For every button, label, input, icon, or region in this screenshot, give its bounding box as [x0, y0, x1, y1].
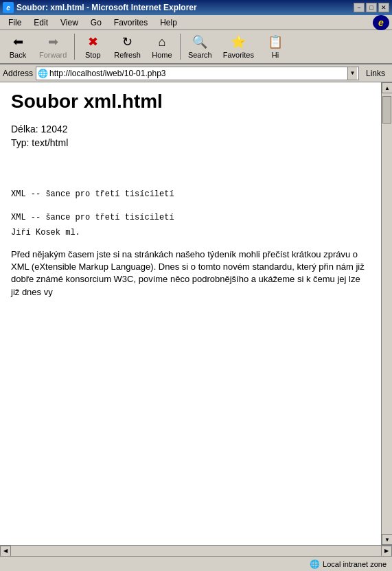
history-icon: 📋	[267, 34, 284, 49]
toolbar-separator-1	[74, 34, 75, 60]
address-input[interactable]	[49, 69, 346, 78]
hscroll-track[interactable]	[11, 546, 381, 556]
stop-icon: ✖	[84, 34, 101, 49]
page-pretext1: XML -- šance pro třetí tisíciletí	[11, 189, 370, 199]
back-label: Back	[10, 51, 26, 59]
ie-logo: e	[373, 15, 389, 30]
forward-button[interactable]: ➡ Forward	[34, 32, 71, 62]
horizontal-scrollbar[interactable]: ◀ ▶	[0, 545, 392, 556]
forward-icon: ➡	[45, 34, 61, 49]
scroll-up-button[interactable]: ▲	[382, 82, 392, 93]
toolbar-separator-2	[180, 34, 181, 60]
address-dropdown[interactable]: ▼	[347, 67, 357, 80]
favorites-button[interactable]: ⭐ Favorites	[218, 32, 259, 62]
title-bar: e Soubor: xml.html - Microsoft Internet …	[0, 0, 392, 15]
hscroll-left-button[interactable]: ◀	[0, 546, 11, 557]
forward-label: Forward	[39, 51, 67, 59]
title-bar-buttons[interactable]: − □ ✕	[354, 3, 389, 12]
scroll-down-button[interactable]: ▼	[382, 534, 392, 545]
menu-edit[interactable]: Edit	[28, 16, 54, 29]
hscroll-right-button[interactable]: ▶	[381, 546, 392, 557]
page-meta-typ: Typ: text/html	[11, 137, 370, 148]
page-body-text: Před nějakým časem jste si na stránkách …	[11, 248, 370, 299]
menu-bar: File Edit View Go Favorites Help e	[0, 15, 392, 30]
toolbar: ⬅ Back ➡ Forward ✖ Stop ↻ Refresh ⌂ Home…	[0, 30, 392, 65]
zone-label: Local intranet zone	[323, 560, 387, 568]
page-icon: 🌐	[38, 69, 48, 78]
back-icon: ⬅	[10, 34, 26, 49]
menu-file[interactable]: File	[3, 16, 27, 29]
vertical-scrollbar[interactable]: ▲ ▼	[381, 82, 392, 545]
address-bar: Address 🌐 ▼ Links	[0, 65, 392, 82]
favorites-label: Favorites	[223, 51, 254, 59]
search-label: Search	[188, 51, 212, 59]
page-pretext2: XML -- šance pro třetí tisíciletí	[11, 213, 370, 222]
menu-help[interactable]: Help	[154, 16, 183, 29]
page-meta-delka: Délka: 12042	[11, 124, 370, 135]
address-input-wrapper[interactable]: 🌐 ▼	[36, 67, 359, 80]
page-heading: Soubor xml.html	[11, 91, 370, 113]
refresh-button[interactable]: ↻ Refresh	[109, 32, 146, 62]
back-button[interactable]: ⬅ Back	[3, 32, 33, 62]
maximize-button[interactable]: □	[366, 3, 377, 12]
home-button[interactable]: ⌂ Home	[147, 32, 177, 62]
window-title: Soubor: xml.html - Microsoft Internet Ex…	[16, 3, 197, 12]
links-button[interactable]: Links	[362, 67, 389, 80]
history-button[interactable]: 📋 Hi	[260, 32, 290, 62]
page-author: Jiří Kosek ml.	[11, 228, 370, 237]
address-label: Address	[3, 69, 33, 78]
status-bar: 🌐 Local intranet zone	[0, 556, 392, 571]
history-label: Hi	[272, 51, 279, 59]
favorites-icon: ⭐	[230, 34, 246, 49]
zone-icon: 🌐	[310, 559, 320, 569]
search-icon: 🔍	[192, 34, 208, 49]
refresh-icon: ↻	[119, 34, 136, 49]
ie-title-icon: e	[3, 2, 14, 13]
scroll-track[interactable]	[382, 93, 392, 534]
page-content[interactable]: Soubor xml.html Délka: 12042 Typ: text/h…	[0, 82, 381, 545]
stop-label: Stop	[85, 51, 101, 59]
status-zone: 🌐 Local intranet zone	[304, 559, 392, 569]
home-label: Home	[152, 51, 172, 59]
minimize-button[interactable]: −	[354, 3, 365, 12]
close-button[interactable]: ✕	[378, 3, 389, 12]
menu-view[interactable]: View	[55, 16, 84, 29]
menu-go[interactable]: Go	[85, 16, 107, 29]
title-bar-left: e Soubor: xml.html - Microsoft Internet …	[3, 2, 197, 13]
search-button[interactable]: 🔍 Search	[183, 32, 217, 62]
menu-favorites[interactable]: Favorites	[108, 16, 153, 29]
refresh-label: Refresh	[114, 51, 141, 59]
content-area: Soubor xml.html Délka: 12042 Typ: text/h…	[0, 82, 392, 545]
scroll-thumb[interactable]	[382, 96, 391, 124]
stop-button[interactable]: ✖ Stop	[78, 32, 108, 62]
home-icon: ⌂	[154, 34, 170, 49]
